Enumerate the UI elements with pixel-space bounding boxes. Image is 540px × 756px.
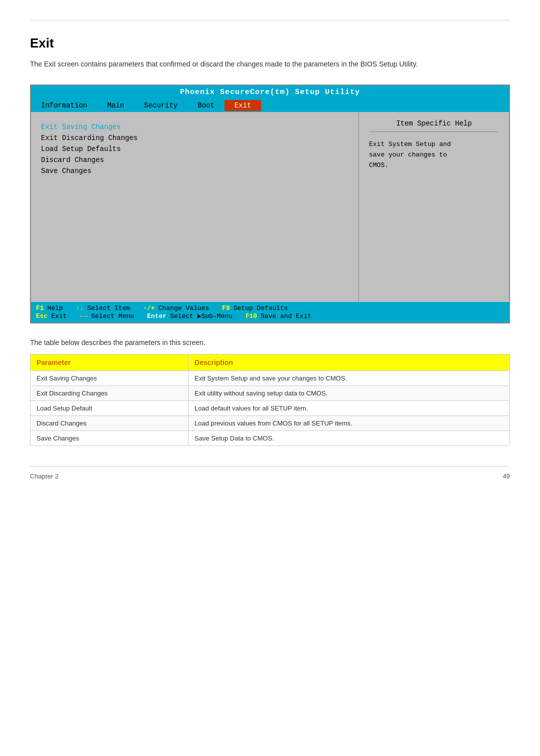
menu-item-exit-saving[interactable]: Exit Saving Changes — [41, 122, 348, 132]
label-select-submenu: Select ▶Sub-Menu — [170, 312, 232, 320]
table-cell-parameter: Discard Changes — [30, 416, 188, 431]
table-row: Discard ChangesLoad previous values from… — [30, 416, 510, 431]
table-cell-parameter: Save Changes — [30, 431, 188, 446]
table-cell-description: Load default values for all SETUP item. — [188, 401, 510, 416]
table-cell-description: Save Setup Data to CMOS. — [188, 431, 510, 446]
table-cell-parameter: Exit Discarding Changes — [30, 386, 188, 401]
menu-item-discard-changes[interactable]: Discard Changes — [41, 155, 348, 165]
key-esc: Esc — [36, 312, 48, 320]
bios-help-text: Exit System Setup andsave your changes t… — [369, 140, 499, 170]
nav-item-boot[interactable]: Boot — [188, 100, 224, 111]
key-plusminus: -/+ — [143, 304, 154, 312]
key-leftright: ←→ — [80, 312, 88, 320]
col-header-parameter: Parameter — [30, 354, 188, 371]
bios-nav-bar: Information Main Security Boot Exit — [31, 99, 509, 112]
col-header-description: Description — [188, 354, 510, 371]
label-select-menu: Select Menu — [91, 312, 134, 320]
table-header-row: Parameter Description — [30, 354, 510, 371]
table-desc-text: The table below describes the parameters… — [30, 338, 510, 346]
table-cell-parameter: Exit Saving Changes — [30, 371, 188, 386]
bios-left-panel: Exit Saving Changes Exit Discarding Chan… — [31, 112, 359, 302]
table-row: Load Setup DefaultLoad default values fo… — [30, 401, 510, 416]
label-change-values: Change Values — [158, 304, 209, 312]
key-enter: Enter — [147, 312, 166, 320]
bios-body: Exit Saving Changes Exit Discarding Chan… — [31, 112, 509, 302]
table-cell-description: Load previous values from CMOS for all S… — [188, 416, 510, 431]
page-title: Exit — [30, 36, 510, 51]
bios-footer-line1: F1 Help ↑↓ Select Item -/+ Change Values… — [36, 304, 504, 312]
table-cell-description: Exit utility without saving setup data t… — [188, 386, 510, 401]
bios-title-bar: Phoenix SecureCore(tm) Setup Utility — [31, 86, 509, 99]
footer-bar: Chapter 2 49 — [30, 472, 510, 480]
key-updown: ↑↓ — [76, 304, 84, 312]
key-f10: F10 — [246, 312, 257, 320]
intro-text: The Exit screen contains parameters that… — [30, 59, 510, 70]
bios-right-panel: Item Specific Help Exit System Setup and… — [359, 112, 509, 302]
page-number: 49 — [503, 472, 510, 480]
params-table: Parameter Description Exit Saving Change… — [30, 354, 510, 446]
bios-container: Phoenix SecureCore(tm) Setup Utility Inf… — [30, 84, 510, 324]
key-f1: F1 — [36, 304, 44, 312]
menu-item-save-changes[interactable]: Save Changes — [41, 166, 348, 176]
menu-item-load-defaults[interactable]: Load Setup Defaults — [41, 144, 348, 154]
label-select-item: Select Item — [87, 304, 130, 312]
table-cell-description: Exit System Setup and save your changes … — [188, 371, 510, 386]
page-container: Exit The Exit screen contains parameters… — [0, 0, 540, 756]
chapter-label: Chapter 2 — [30, 472, 58, 480]
menu-item-exit-discarding[interactable]: Exit Discarding Changes — [41, 133, 348, 143]
label-exit: Exit — [51, 312, 66, 320]
bios-footer-content: F1 Help ↑↓ Select Item -/+ Change Values… — [36, 304, 504, 320]
bottom-divider — [30, 466, 510, 466]
table-cell-parameter: Load Setup Default — [30, 401, 188, 416]
nav-item-main[interactable]: Main — [97, 100, 134, 111]
nav-item-exit[interactable]: Exit — [224, 100, 262, 111]
bios-footer-line2: Esc Exit ←→ Select Menu Enter Select ▶Su… — [36, 312, 504, 320]
label-save-exit: Save and Exit — [260, 312, 311, 320]
label-help: Help — [48, 304, 63, 312]
table-row: Save ChangesSave Setup Data to CMOS. — [30, 431, 510, 446]
table-row: Exit Discarding ChangesExit utility with… — [30, 386, 510, 401]
key-f9: F9 — [222, 304, 230, 312]
bios-help-title: Item Specific Help — [369, 120, 499, 132]
top-divider — [30, 20, 510, 20]
nav-item-information[interactable]: Information — [31, 100, 97, 111]
table-row: Exit Saving ChangesExit System Setup and… — [30, 371, 510, 386]
label-setup-defaults: Setup Defaults — [234, 304, 288, 312]
bios-footer: F1 Help ↑↓ Select Item -/+ Change Values… — [31, 302, 509, 322]
nav-item-security[interactable]: Security — [134, 100, 188, 111]
